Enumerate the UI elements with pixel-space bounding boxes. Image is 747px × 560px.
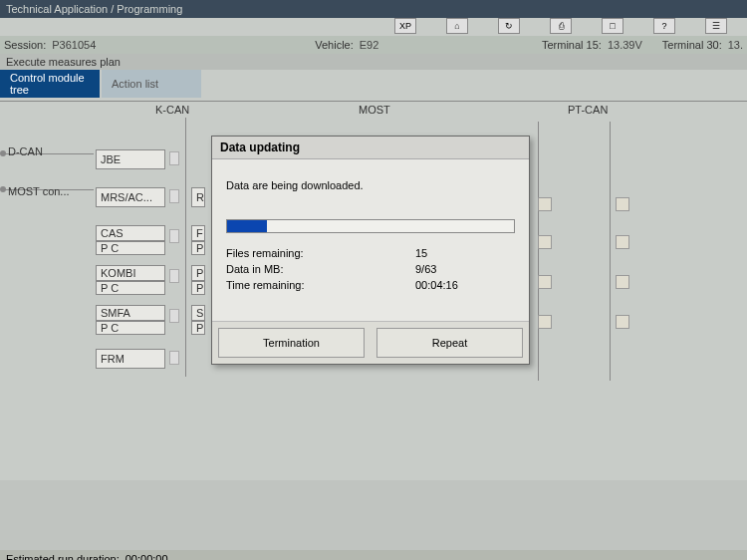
vehicle-value: E92 [360,39,379,51]
module-smfa[interactable]: SMFA [96,305,165,321]
bus-label-dcan: D-CAN [4,141,64,161]
bus-label-ptcan: PT-CAN [568,104,608,116]
data-mb-label: Data in MB: [226,261,415,277]
module-f[interactable]: F [191,225,205,241]
app-title: Technical Application / Programming [6,3,182,15]
home-icon[interactable]: ⌂ [446,18,468,34]
module-mrs[interactable]: MRS/AC... [96,187,165,207]
pt-box[interactable] [538,275,552,289]
module-smfa-sub: P C [96,321,165,335]
terminal30-label: Terminal 30: [662,39,722,51]
vehicle-label: Vehicle: [315,39,354,51]
module-cas-sub: P C [96,241,165,255]
bus-label-most: MOST [359,104,390,116]
connector [169,269,179,283]
module-frm[interactable]: FRM [96,349,165,369]
connector [169,351,179,365]
repeat-button[interactable]: Repeat [376,328,523,358]
toolbar: XP ⌂ ↻ ⎙ □ ? ☰ [0,18,747,36]
connector [169,151,179,165]
pt-box[interactable] [538,315,552,329]
terminal30-value: 13. [728,39,743,51]
data-updating-dialog: Data updating Data are being downloaded.… [211,136,530,365]
titlebar: Technical Application / Programming [0,0,747,18]
xp-icon[interactable]: XP [394,18,416,34]
terminal15-label: Terminal 15: [542,39,602,51]
files-remaining-value: 15 [415,245,515,261]
module-p3[interactable]: P [191,281,205,295]
subtitle: Execute measures plan [0,54,747,70]
tabs: Control module tree Action list [0,70,747,102]
menu-icon[interactable]: ☰ [705,18,727,34]
help-icon[interactable]: ? [653,18,675,34]
diagram-canvas: K-CAN MOST PT-CAN D-CAN JBE MOST con... … [0,102,747,480]
module-s[interactable]: S [191,305,205,321]
dialog-title: Data updating [212,137,529,159]
dialog-message: Data are being downloaded. [226,179,515,191]
pt-box[interactable] [616,315,629,329]
module-cas[interactable]: CAS [96,225,165,241]
connector [169,189,179,203]
tab-control-module-tree[interactable]: Control module tree [0,70,100,98]
module-p[interactable]: P [191,241,205,255]
footer: Estimated run duration: 00:00:00 [0,550,747,560]
progress-bar [226,219,515,233]
session-value: P361054 [52,39,96,51]
module-p2[interactable]: P [191,265,205,281]
data-mb-value: 9/63 [415,261,515,277]
tab-action-list[interactable]: Action list [102,70,201,98]
module-kombi-sub: P C [96,281,165,295]
connector [169,229,179,243]
module-jbe[interactable]: JBE [96,149,165,169]
bus-label-mostcon: MOST con... [4,181,74,201]
connector [169,309,179,323]
pt-box[interactable] [616,275,629,289]
pt-box[interactable] [538,235,552,249]
termination-button[interactable]: Termination [218,328,365,358]
pt-box[interactable] [616,197,629,211]
runtime-value: 00:00:00 [125,553,168,560]
session-label: Session: [4,39,46,51]
terminal15-value: 13.39V [608,39,642,51]
time-remaining-label: Time remaining: [226,277,415,293]
window-icon[interactable]: □ [602,18,623,34]
refresh-icon[interactable]: ↻ [498,18,520,34]
info-row: Session: P361054 Vehicle: E92 Terminal 1… [0,36,747,54]
progress-fill [227,220,267,232]
blank-area [0,480,747,550]
module-kombi[interactable]: KOMBI [96,265,165,281]
bus-label-kcan: K-CAN [155,104,189,116]
module-p4[interactable]: P [191,321,205,335]
pt-box[interactable] [538,197,552,211]
module-r[interactable]: R [191,187,205,207]
pt-box[interactable] [616,235,629,249]
time-remaining-value: 00:04:16 [415,277,515,293]
print-icon[interactable]: ⎙ [550,18,572,34]
files-remaining-label: Files remaining: [226,245,415,261]
runtime-label: Estimated run duration: [6,553,120,560]
